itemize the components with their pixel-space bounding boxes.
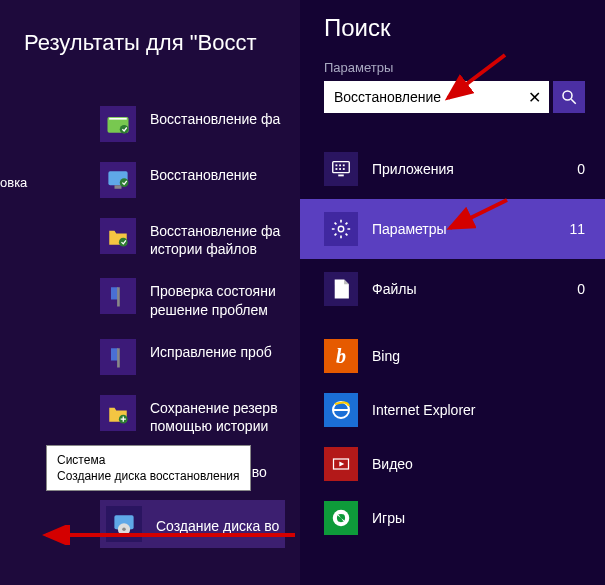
file-icon	[324, 272, 358, 306]
bing-icon: b	[324, 339, 358, 373]
scope-label: Приложения	[372, 161, 563, 177]
app-bing[interactable]: b Bing	[300, 329, 605, 383]
scope-count: 0	[577, 161, 585, 177]
scope-settings[interactable]: Параметры 11	[300, 199, 605, 259]
svg-rect-17	[343, 164, 345, 166]
search-input[interactable]	[324, 81, 549, 113]
search-icon	[560, 88, 578, 106]
scope-label: Параметры	[372, 221, 555, 237]
svg-rect-19	[339, 168, 341, 170]
scope-label: Файлы	[372, 281, 563, 297]
file-history-icon	[100, 218, 136, 254]
gear-icon	[324, 212, 358, 246]
svg-point-22	[338, 226, 344, 232]
restore-files-icon	[100, 106, 136, 142]
svg-rect-18	[336, 168, 338, 170]
result-label: Проверка состояни решение проблем	[150, 278, 276, 318]
search-input-wrap: ✕	[324, 81, 549, 113]
ie-icon	[324, 393, 358, 427]
search-row: ✕	[324, 81, 585, 113]
result-label: Восстановление фа	[150, 106, 280, 128]
search-button[interactable]	[553, 81, 585, 113]
result-label: Создание диска во	[156, 513, 279, 535]
svg-line-13	[571, 99, 576, 104]
svg-rect-15	[336, 164, 338, 166]
result-item[interactable]: Восстановление фа истории файлов	[0, 208, 300, 268]
video-icon	[324, 447, 358, 481]
svg-rect-20	[343, 168, 345, 170]
app-label: Bing	[372, 348, 585, 364]
svg-point-11	[122, 528, 126, 532]
clear-icon[interactable]: ✕	[528, 88, 541, 107]
scope-count: 0	[577, 281, 585, 297]
app-label: Internet Explorer	[372, 402, 585, 418]
result-item[interactable]: Восстановление	[0, 152, 300, 208]
fix-icon	[100, 339, 136, 375]
tooltip-line: Создание диска восстановления	[57, 468, 240, 484]
svg-rect-6	[117, 288, 120, 307]
page-title: Результаты для "Восст	[24, 30, 300, 56]
result-label: Исправление проб	[150, 339, 272, 361]
app-label: Видео	[372, 456, 585, 472]
backup-icon	[100, 395, 136, 431]
search-panel: Поиск Параметры ✕ Приложения 0 Параметры…	[300, 0, 605, 585]
truncated-text: овка	[0, 175, 27, 190]
search-scope-label: Параметры	[324, 60, 605, 75]
svg-point-1	[120, 125, 129, 134]
svg-point-12	[563, 91, 572, 100]
result-item[interactable]: Сохранение резерв помощью истории	[0, 385, 300, 445]
tooltip: Система Создание диска восстановления	[46, 445, 251, 491]
app-games[interactable]: Игры	[300, 491, 605, 545]
svg-rect-16	[339, 164, 341, 166]
svg-rect-14	[333, 162, 350, 173]
result-label: Восстановление фа истории файлов	[150, 218, 280, 258]
app-video[interactable]: Видео	[300, 437, 605, 491]
svg-rect-7	[117, 348, 120, 367]
app-ie[interactable]: Internet Explorer	[300, 383, 605, 437]
result-item[interactable]: Восстановление фа	[0, 96, 300, 152]
scope-apps[interactable]: Приложения 0	[300, 139, 605, 199]
svg-point-4	[120, 178, 129, 187]
result-label: Сохранение резерв помощью истории	[150, 395, 278, 435]
scope-list: Приложения 0 Параметры 11 Файлы 0	[300, 139, 605, 319]
recovery-icon	[100, 162, 136, 198]
scope-files[interactable]: Файлы 0	[300, 259, 605, 319]
app-list: b Bing Internet Explorer Видео Игры	[300, 329, 605, 545]
search-heading: Поиск	[324, 14, 605, 42]
svg-point-5	[119, 238, 128, 247]
result-label: Восстановление	[150, 162, 257, 184]
result-item[interactable]: Проверка состояни решение проблем	[0, 268, 300, 328]
apps-icon	[324, 152, 358, 186]
app-label: Игры	[372, 510, 585, 526]
troubleshoot-icon	[100, 278, 136, 314]
svg-rect-21	[338, 175, 344, 177]
results-panel: Результаты для "Восст овка Восстановлени…	[0, 0, 300, 585]
result-item[interactable]: Исправление проб	[0, 329, 300, 385]
recovery-disc-icon	[106, 506, 142, 542]
scope-count: 11	[569, 221, 585, 237]
games-icon	[324, 501, 358, 535]
tooltip-line: Система	[57, 452, 240, 468]
svg-rect-3	[115, 185, 122, 189]
result-item[interactable]: Создание диска во	[100, 500, 285, 548]
